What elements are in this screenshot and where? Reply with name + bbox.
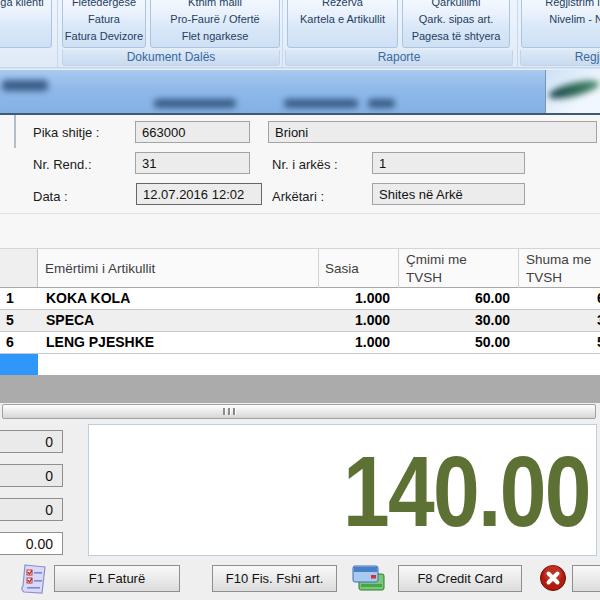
cell-qty: 1.000 (318, 332, 390, 354)
items-table: Emërtimi i Artikullit Sasia Çmimi me TVS… (0, 248, 600, 376)
ribbon-group-label: Dokument Dalës (127, 50, 216, 64)
blurred-company-text (2, 80, 48, 91)
ribbon-button-label: Kartela e Artikullit (288, 11, 397, 28)
table-header-name[interactable]: Emërtimi i Artikullit (45, 260, 155, 278)
ribbon-button-label: Regjistrim i Re (522, 0, 600, 11)
blurred-info-text (154, 99, 236, 108)
ribbon-button-label: Qarkullimi (403, 0, 509, 11)
nr-arkes-label: Nr. i arkës : (272, 157, 338, 172)
ribbon-button-label: Rezerva (288, 0, 397, 11)
selected-row-marker[interactable] (0, 354, 38, 375)
ribbon-button-fatura[interactable]: Fletëdërgesë Fatura Fatura Devizore (62, 0, 146, 48)
ribbon-group-label: Raporte (378, 50, 421, 64)
data-input[interactable] (136, 183, 262, 205)
button-label: F10 Fis. Fshi art. (226, 571, 324, 586)
cell-qty: 1.000 (318, 310, 390, 332)
panel-edge (14, 115, 16, 148)
f10-fshi-art-button[interactable]: F10 Fis. Fshi art. (212, 565, 337, 592)
logo-swoosh-icon (547, 77, 600, 102)
pika-shitje-label: Pika shitje : (33, 125, 99, 140)
ribbon-button-regjistrim[interactable]: Regjistrim i Re Nivelim - Ndr (521, 0, 600, 48)
table-row[interactable]: 6 LENG PJESHKE 1.000 50.00 50.00 (0, 332, 600, 354)
summary-field-3[interactable] (0, 498, 63, 521)
invoice-note-icon (18, 563, 48, 597)
blurred-info-text (284, 99, 358, 108)
ribbon-button-label: Pagesa të shtyera (403, 28, 509, 45)
cell-name: KOKA KOLA (38, 288, 318, 310)
cell-price: 60.00 (398, 288, 510, 310)
table-header-qty[interactable]: Sasia (325, 260, 359, 278)
ribbon-button-label: Fletëdërgesë (63, 0, 145, 11)
arketari-label: Arkëtari : (272, 189, 324, 204)
ribbon-separator (517, 0, 518, 67)
ribbon-group-label: Regjistr (575, 50, 600, 64)
ribbon-button-label: Flet ngarkese (151, 28, 279, 45)
summary-field-2[interactable] (0, 464, 63, 487)
table-row[interactable]: 5 SPECA 1.000 30.00 30.00 (0, 310, 600, 332)
title-bar (0, 70, 600, 113)
button-label: F8 Credit Card (417, 571, 502, 586)
pika-shitje-input[interactable] (135, 121, 250, 143)
nr-arkes-input[interactable] (372, 152, 525, 174)
ribbon-button-label: Fatura (63, 11, 145, 28)
total-display: 140.00 (88, 424, 597, 556)
ribbon-button-rezerva[interactable]: Rezerva Kartela e Artikullit (287, 0, 398, 48)
ribbon-separator (282, 0, 283, 67)
table-overflow-area (0, 375, 600, 403)
cell-rownum: 6 (0, 332, 38, 354)
ribbon-group-regjistr: Regjistr (520, 50, 600, 66)
cell-qty: 1.000 (318, 288, 390, 310)
ribbon-group-dokument-dales: Dokument Dalës (62, 50, 280, 66)
table-header-rownum[interactable] (0, 249, 38, 287)
ribbon-button-pagesa-klienti[interactable]: ga klienti (0, 0, 52, 48)
ribbon-button-qarkullimi[interactable]: Qarkullimi Qark. sipas art. Pagesa të sh… (402, 0, 510, 48)
ribbon-group-raporte: Raporte (285, 50, 513, 66)
payment-summary-panel: 140.00 F1 Faturë F10 Fis. Fshi art. F8 C… (0, 419, 600, 600)
pika-shitje-name-input[interactable] (268, 121, 597, 143)
nr-rend-label: Nr. Rend.: (33, 157, 92, 172)
ribbon-button-label: Pro-Faurë / Ofertë (151, 11, 279, 28)
ribbon-toolbar: ga klienti Fletëdërgesë Fatura Fatura De… (0, 0, 600, 70)
table-row-empty[interactable] (0, 354, 600, 376)
ribbon-button-label: Nivelim - Ndr (522, 11, 600, 28)
table-row[interactable]: 1 KOKA KOLA 1.000 60.00 60.00 (0, 288, 600, 310)
ribbon-separator (57, 0, 58, 67)
logo-panel (545, 70, 600, 113)
f1-fature-button[interactable]: F1 Faturë (54, 565, 180, 592)
close-icon[interactable] (539, 564, 567, 592)
table-header-price[interactable]: Çmimi me TVSH (406, 251, 491, 287)
ribbon-button-label: Fatura Devizore (63, 28, 145, 45)
cell-sum: 30.00 (518, 310, 600, 332)
blurred-info-text (368, 99, 395, 108)
horizontal-splitter[interactable] (2, 404, 596, 419)
cell-price: 50.00 (398, 332, 510, 354)
button-label: F1 Faturë (89, 571, 145, 586)
ribbon-button-label: ga klienti (0, 0, 51, 11)
cell-rownum: 5 (0, 310, 38, 332)
data-label: Data : (33, 189, 68, 204)
splitter-grip-icon (228, 408, 231, 415)
cell-price: 30.00 (398, 310, 510, 332)
partial-button[interactable] (572, 565, 600, 592)
summary-field-1[interactable] (0, 430, 63, 453)
splitter-grip-icon (223, 408, 226, 415)
nr-rend-input[interactable] (135, 152, 250, 174)
divider (0, 213, 600, 214)
ribbon-button-kthim-malli[interactable]: Kthim malli Pro-Faurë / Ofertë Flet ngar… (150, 0, 280, 48)
table-header-row: Emërtimi i Artikullit Sasia Çmimi me TVS… (0, 249, 600, 288)
ribbon-button-label: Qark. sipas art. (403, 11, 509, 28)
splitter-grip-icon (233, 408, 236, 415)
cell-name: LENG PJESHKE (38, 332, 318, 354)
cell-sum: 60.00 (518, 288, 600, 310)
pos-window: { "ribbon": { "buttons": [ {"line1": "ga… (0, 0, 600, 600)
cell-rownum: 1 (0, 288, 38, 310)
cell-name: SPECA (38, 310, 318, 332)
ribbon-button-label: Kthim malli (151, 0, 279, 11)
arketari-input[interactable] (372, 183, 525, 205)
table-header-sum[interactable]: Shuma me TVSH (526, 251, 600, 287)
document-header-form: Pika shitje : Nr. Rend.: Nr. i arkës : D… (0, 115, 600, 248)
f8-credit-card-button[interactable]: F8 Credit Card (398, 565, 522, 592)
credit-card-icon (352, 565, 388, 593)
summary-field-amount[interactable] (0, 532, 63, 555)
cell-sum: 50.00 (518, 332, 600, 354)
